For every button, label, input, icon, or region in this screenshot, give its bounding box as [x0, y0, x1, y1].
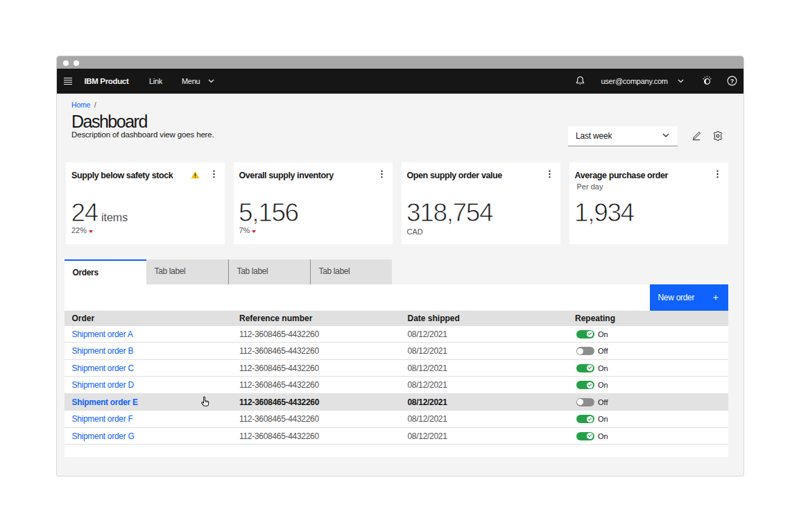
svg-text:?: ? — [730, 78, 734, 85]
